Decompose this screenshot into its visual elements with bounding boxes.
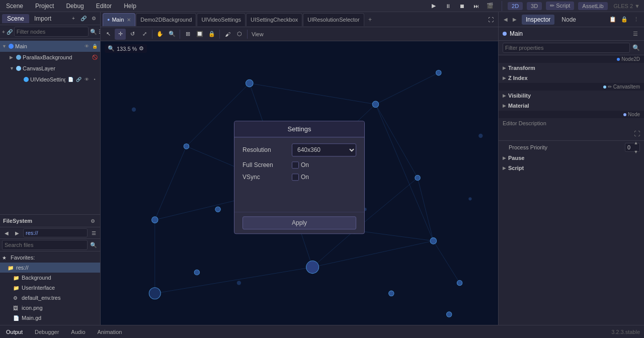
viewport-canvas[interactable]: 🔍 133.5 % ⚙ Settings Resolution 640x360 … bbox=[101, 41, 498, 325]
menu-project[interactable]: Project bbox=[33, 2, 56, 11]
tab-import[interactable]: Import bbox=[29, 14, 56, 23]
resolution-select[interactable]: 640x360 1280x720 1920x1080 bbox=[292, 143, 356, 156]
play-button[interactable]: ▶ bbox=[428, 0, 440, 12]
menu-help[interactable]: Help bbox=[122, 2, 138, 11]
tree-item-canvaslayer[interactable]: ▼ CanvasLayer bbox=[0, 63, 100, 74]
pause-button[interactable]: ⏸ bbox=[442, 0, 454, 12]
fs-item-userinterface[interactable]: 📁 UserInterface bbox=[0, 283, 100, 293]
fs-label-favorites: Favorites: bbox=[11, 255, 35, 261]
menu-debug[interactable]: Debug bbox=[64, 2, 86, 11]
visibility-section[interactable]: ▶ Visibility bbox=[499, 91, 644, 101]
tab-scene[interactable]: Scene bbox=[2, 14, 29, 23]
filter-nodes-input[interactable] bbox=[14, 27, 89, 37]
tree-item-uivideosettings[interactable]: UIVideoSettings 📄 🔗 👁 • bbox=[0, 74, 100, 85]
vsync-toggle[interactable]: On bbox=[292, 174, 309, 181]
tree-item-parallax[interactable]: ▶ ParallaxBackground 🚫 bbox=[0, 52, 100, 63]
tree-item-main[interactable]: ▼ Main 👁 🔒 bbox=[0, 41, 100, 52]
vsync-checkbox[interactable] bbox=[292, 174, 299, 181]
dot-icon: • bbox=[91, 76, 98, 83]
bottom-tab-debugger[interactable]: Debugger bbox=[33, 328, 61, 336]
lock-axis-button[interactable]: 🔒 bbox=[206, 29, 217, 40]
bottom-tab-audio[interactable]: Audio bbox=[69, 328, 87, 336]
spin-down[interactable]: ▼ bbox=[632, 147, 639, 156]
scene-add-button[interactable]: + bbox=[2, 27, 5, 36]
tree-arrow-canvas: ▼ bbox=[10, 66, 15, 71]
viewport-tab-uisetting[interactable]: UISettingCheckbox bbox=[246, 13, 302, 26]
node-tab[interactable]: Node bbox=[557, 15, 580, 25]
process-priority-row: Process Priority 0 ▲ ▼ bbox=[499, 142, 644, 153]
scene-chain-button[interactable]: 🔗 bbox=[7, 27, 13, 36]
zoom-reset-icon[interactable]: ⚙ bbox=[139, 45, 144, 52]
lock-inspector-button[interactable]: 🔒 bbox=[619, 15, 629, 25]
move-mode-button[interactable]: ✛ bbox=[115, 29, 126, 40]
polygon-button[interactable]: ⬡ bbox=[234, 29, 245, 40]
rotate-mode-button[interactable]: ↺ bbox=[127, 29, 138, 40]
tree-icon-parallax bbox=[16, 55, 21, 60]
fs-search-icon[interactable]: 🔍 bbox=[89, 240, 98, 249]
fs-item-default-env[interactable]: ⚙ default_env.tres bbox=[0, 293, 100, 303]
scale-mode-button[interactable]: ⤢ bbox=[139, 29, 150, 40]
transform-section[interactable]: ▶ Transform bbox=[499, 63, 644, 73]
viewport-tab-uivideo[interactable]: UIVideoSettings bbox=[197, 13, 246, 26]
movie-button[interactable]: 🎬 bbox=[484, 0, 496, 12]
fs-item-favorites[interactable]: ★ Favorites: bbox=[0, 252, 100, 263]
script-button[interactable]: ✏ Script bbox=[546, 2, 574, 10]
script-section[interactable]: ▶ Script bbox=[499, 163, 644, 173]
viewport-tab-main[interactable]: ● Main ✕ bbox=[103, 13, 135, 26]
viewport-tab-demo2d[interactable]: Demo2DBackground bbox=[136, 13, 196, 26]
add-node-button[interactable]: + bbox=[69, 14, 78, 23]
scene-panel-tabs: Scene Import + 🔗 ⚙ bbox=[0, 12, 100, 25]
snap-button[interactable]: 🔲 bbox=[194, 29, 205, 40]
3d-button[interactable]: 3D bbox=[527, 2, 542, 10]
expand-desc-icon[interactable]: ⛶ bbox=[634, 130, 640, 137]
back-arrow[interactable]: ◀ bbox=[502, 16, 510, 24]
viewport-tab-uiresolution[interactable]: UIResolutionSelector bbox=[303, 13, 364, 26]
process-priority-spinbox[interactable]: 0 ▲ ▼ bbox=[625, 143, 640, 152]
stop-button[interactable]: ⏹ bbox=[456, 0, 468, 12]
filter-properties-input[interactable] bbox=[503, 43, 630, 53]
spin-up[interactable]: ▲ bbox=[632, 138, 639, 147]
material-section[interactable]: ▶ Material bbox=[499, 101, 644, 111]
fs-item-background[interactable]: 📁 Background bbox=[0, 273, 100, 283]
add-tab-button[interactable]: + bbox=[365, 14, 376, 25]
filter-search-icon[interactable]: 🔍 bbox=[90, 27, 97, 36]
bottom-tab-output[interactable]: Output bbox=[4, 328, 25, 336]
fs-settings-button[interactable]: ⚙ bbox=[88, 216, 97, 225]
fs-item-res[interactable]: 📁 res:// bbox=[0, 263, 100, 273]
fullscreen-toggle[interactable]: On bbox=[292, 161, 309, 168]
step-button[interactable]: ⏭ bbox=[470, 0, 482, 12]
apply-button[interactable]: Apply bbox=[243, 216, 356, 229]
link-node-button[interactable]: 🔗 bbox=[79, 14, 88, 23]
fs-back-button[interactable]: ◀ bbox=[2, 228, 11, 237]
fs-item-main-gd[interactable]: 📄 Main.gd bbox=[0, 313, 100, 323]
fs-forward-button[interactable]: ▶ bbox=[13, 228, 22, 237]
inspector-settings-button[interactable]: ⋮ bbox=[631, 15, 641, 25]
zindex-section[interactable]: ▶ Z Index bbox=[499, 73, 644, 83]
viewport-expand-button[interactable]: ⛶ bbox=[485, 14, 496, 25]
filter-settings-icon[interactable]: ☰ bbox=[99, 27, 100, 36]
fs-list-button[interactable]: ☰ bbox=[89, 228, 98, 237]
tree-badges-main: 👁 🔒 bbox=[83, 43, 98, 50]
2d-button[interactable]: 2D bbox=[508, 2, 523, 10]
close-main-tab[interactable]: ✕ bbox=[127, 17, 131, 23]
fs-search-input[interactable] bbox=[2, 240, 88, 250]
grid-button[interactable]: ⊞ bbox=[182, 29, 193, 40]
paint-button[interactable]: 🖌 bbox=[222, 29, 233, 40]
history-button[interactable]: 📋 bbox=[608, 15, 618, 25]
assetlib-button[interactable]: AssetLib bbox=[578, 2, 607, 10]
expand-icon[interactable]: ⛶ bbox=[485, 14, 496, 25]
node-header-icon[interactable]: ☰ bbox=[631, 29, 640, 38]
zoom-button[interactable]: 🔍 bbox=[167, 29, 178, 40]
menu-editor[interactable]: Editor bbox=[94, 2, 114, 11]
fullscreen-checkbox[interactable] bbox=[292, 161, 299, 168]
pan-button[interactable]: ✋ bbox=[154, 29, 166, 40]
forward-arrow[interactable]: ▶ bbox=[511, 16, 519, 24]
bottom-tab-animation[interactable]: Animation bbox=[96, 328, 124, 336]
inspector-tab[interactable]: Inspector bbox=[522, 15, 554, 25]
filter-props-search-icon[interactable]: 🔍 bbox=[632, 44, 640, 52]
menu-scene[interactable]: Scene bbox=[4, 2, 25, 11]
fs-item-icon[interactable]: 🖼 icon.png bbox=[0, 303, 100, 313]
select-mode-button[interactable]: ↖ bbox=[103, 29, 114, 40]
pause-section[interactable]: ▶ Pause bbox=[499, 153, 644, 163]
scene-settings-button[interactable]: ⚙ bbox=[89, 14, 98, 23]
